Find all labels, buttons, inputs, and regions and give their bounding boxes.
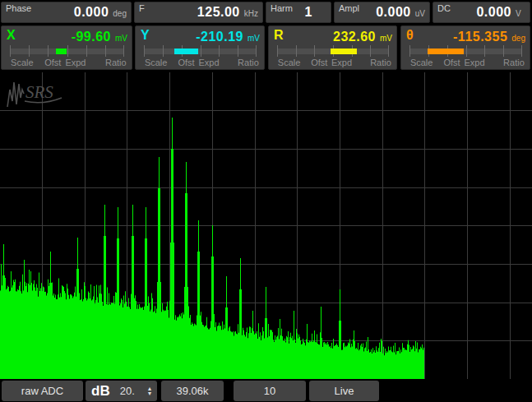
channel-y-expd-button[interactable]: Expd [198,58,219,67]
frequency-readout-panel[interactable]: F 125.00kHz [134,2,263,23]
instrument-screen: Phase 0.000deg F 125.00kHz Harm 1 Ampl 0… [0,0,532,402]
scale-db-button[interactable]: dB 20. ▴ ▾ [86,381,157,401]
span-button-label: 39.06k [176,385,208,397]
channel-theta-panel[interactable]: θ -115.355deg Scale Ofst Expd Ratio [400,25,530,70]
slider-tick [314,45,315,57]
slider-tick [163,45,164,57]
stepper-down-icon[interactable]: ▾ [148,391,151,396]
channel-x-value: -99.60 [72,30,111,44]
channel-x-slider-segment [56,49,67,54]
live-mode-button[interactable]: Live [309,381,379,401]
phase-readout-panel[interactable]: Phase 0.000deg [1,2,132,23]
slider-tick [219,45,220,57]
channel-r-panel[interactable]: R 232.60mV Scale Ofst Expd Ratio [268,25,397,70]
channel-y-scale-button[interactable]: Scale [145,58,168,67]
span-button[interactable]: 39.06k [161,381,224,401]
channel-y-slider-segment [174,49,198,54]
channel-theta-slider-segment [428,49,464,54]
channel-theta-expd-button[interactable]: Expd [464,58,484,67]
dc-unit: V [516,9,525,18]
slider-tick [277,45,278,57]
amplitude-value: 0.000 [376,5,411,20]
channel-y-label: Y [141,28,150,43]
db-stepper[interactable]: ▴ ▾ [148,386,151,396]
slider-tick [521,45,522,57]
channel-r-value: 232.60 [333,30,376,44]
amplitude-unit: uV [415,9,425,18]
srs-logo: SRS [7,82,62,107]
slider-tick [484,45,485,57]
source-button[interactable]: raw ADC [2,381,83,401]
slider-tick [67,45,68,57]
dc-label: DC [437,3,451,13]
channel-r-label: R [274,28,284,43]
harmonic-value: 1 [305,5,312,20]
slider-tick [466,45,467,57]
slider-tick [370,45,371,57]
channel-x-ofst-button[interactable]: Ofst [44,58,61,67]
channel-r-offset-slider[interactable] [277,49,389,54]
channel-theta-label: θ [406,28,414,43]
channel-y-ofst-button[interactable]: Ofst [178,58,194,67]
slider-tick [123,45,124,57]
source-button-label: raw ADC [21,385,63,397]
channel-theta-ratio-button[interactable]: Ratio [503,58,525,67]
slider-tick [48,45,49,57]
dc-readout-panel[interactable]: DC 0.000V [433,2,530,23]
slider-tick [10,45,11,57]
channel-r-expd-button[interactable]: Expd [331,58,352,67]
average-button[interactable]: 10 [234,381,306,401]
slider-tick [409,45,410,57]
channel-theta-ofst-button[interactable]: Ofst [443,58,460,67]
slider-tick [503,45,504,57]
srs-logo-text: SRS [25,82,53,102]
db-per-div-value: 20. [120,385,135,397]
channel-x-scale-button[interactable]: Scale [11,58,34,67]
phase-value: 0.000 [74,5,109,20]
db-unit-label: dB [91,383,110,400]
srs-logo-waveform-icon [7,82,24,107]
slider-tick [296,45,297,57]
channel-r-ratio-button[interactable]: Ratio [370,58,391,67]
slider-tick [256,45,257,57]
slider-tick [388,45,389,57]
frequency-value: 125.00 [197,5,240,20]
slider-tick [238,45,238,57]
channel-theta-value: -115.355 [453,30,507,44]
live-mode-button-label: Live [335,385,354,397]
channel-theta-unit: deg [511,34,525,43]
channel-y-unit: mV [247,34,260,43]
channel-theta-offset-slider[interactable] [409,49,522,54]
average-button-label: 10 [264,385,275,397]
phase-label: Phase [6,3,31,13]
bottom-bar: raw ADC dB 20. ▴ ▾ 39.06k 10 Live [0,380,532,402]
slider-tick [105,45,106,57]
channel-x-ratio-button[interactable]: Ratio [105,58,127,67]
channel-y-panel[interactable]: Y -210.19mV Scale Ofst Expd Ratio [135,25,265,70]
frequency-label: F [139,3,145,13]
channel-y-ratio-button[interactable]: Ratio [238,58,259,67]
channel-r-slider-segment [331,49,357,54]
amplitude-readout-panel[interactable]: Ampl 0.000uV [334,2,430,23]
harmonic-label: Harm [271,3,293,13]
channel-y-offset-slider[interactable] [144,49,257,54]
channel-x-expd-button[interactable]: Expd [65,58,86,67]
channel-r-scale-button[interactable]: Scale [278,58,301,67]
channel-x-unit: mV [115,34,127,43]
channel-r-ofst-button[interactable]: Ofst [311,58,327,67]
harmonic-readout-panel[interactable]: Harm 1 [266,2,331,23]
channel-x-label: X [7,28,16,43]
slider-tick [29,45,30,57]
channel-r-unit: mV [380,34,392,43]
channel-x-panel[interactable]: X -99.60mV Scale Ofst Expd Ratio [1,25,132,70]
channel-x-offset-slider[interactable] [10,49,124,54]
phase-unit: deg [113,9,127,18]
slider-tick [201,45,201,57]
frequency-unit: kHz [244,9,258,18]
spectrum-plot[interactable]: SRS [0,72,532,380]
dc-value: 0.000 [476,5,511,20]
slider-tick [144,45,145,57]
amplitude-label: Ampl [339,3,359,13]
channel-y-value: -210.19 [196,30,243,44]
channel-theta-scale-button[interactable]: Scale [410,58,433,67]
